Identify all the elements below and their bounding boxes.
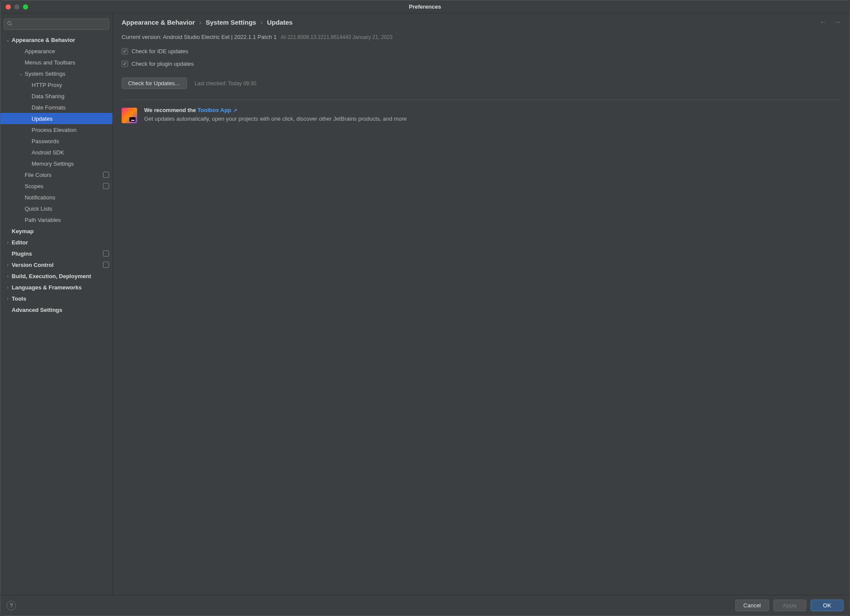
sidebar-item-path-variables[interactable]: Path Variables bbox=[0, 214, 113, 225]
sidebar-item-appearance-behavior[interactable]: ⌄Appearance & Behavior bbox=[0, 34, 113, 45]
check-plugin-updates-checkbox[interactable]: ✓ bbox=[122, 61, 128, 67]
main-panel: Appearance & Behavior › System Settings … bbox=[113, 13, 850, 595]
traffic-lights bbox=[6, 4, 28, 10]
settings-tree[interactable]: ⌄Appearance & BehaviorAppearanceMenus an… bbox=[0, 32, 113, 595]
sidebar-item-label: File Colors bbox=[25, 172, 100, 178]
nav-back-icon[interactable]: ← bbox=[819, 18, 827, 27]
sidebar-item-label: Path Variables bbox=[25, 217, 109, 223]
sidebar-item-plugins[interactable]: Plugins bbox=[0, 248, 113, 259]
chevron-down-icon[interactable]: ⌄ bbox=[5, 38, 11, 42]
sidebar-item-label: HTTP Proxy bbox=[32, 82, 109, 88]
external-link-icon: ↗ bbox=[232, 108, 237, 113]
sidebar-item-label: Tools bbox=[12, 295, 109, 302]
sidebar-item-label: Appearance & Behavior bbox=[12, 37, 109, 43]
sidebar-item-label: Keymap bbox=[12, 228, 109, 234]
sidebar-item-languages-frameworks[interactable]: ›Languages & Frameworks bbox=[0, 282, 113, 293]
toolbox-icon bbox=[122, 108, 137, 123]
version-product: Android Studio Electric Eel | 2022.1.1 P… bbox=[163, 34, 277, 40]
sidebar-item-build-execution-deployment[interactable]: ›Build, Execution, Deployment bbox=[0, 270, 113, 282]
nav-forward-icon[interactable]: → bbox=[833, 18, 841, 27]
chevron-right-icon[interactable]: › bbox=[5, 240, 11, 245]
promo-lead: We recommend the bbox=[144, 107, 197, 113]
sidebar-item-label: Advanced Settings bbox=[12, 307, 109, 313]
window-close-button[interactable] bbox=[6, 4, 11, 10]
sidebar-item-label: Build, Execution, Deployment bbox=[12, 273, 109, 279]
sidebar-item-http-proxy[interactable]: HTTP Proxy bbox=[0, 79, 113, 90]
sidebar-item-label: Notifications bbox=[25, 194, 109, 201]
version-line: Current version: Android Studio Electric… bbox=[122, 34, 841, 40]
check-plugin-updates-label: Check for plugin updates bbox=[132, 61, 194, 67]
window-title: Preferences bbox=[0, 3, 850, 10]
breadcrumb-sep: › bbox=[261, 19, 263, 26]
window-minimize-button[interactable] bbox=[14, 4, 19, 10]
breadcrumb-seg-2[interactable]: System Settings bbox=[206, 19, 256, 26]
sidebar-item-file-colors[interactable]: File Colors bbox=[0, 169, 113, 180]
content: ⌄Appearance & BehaviorAppearanceMenus an… bbox=[0, 13, 850, 595]
sidebar-item-date-formats[interactable]: Date Formats bbox=[0, 102, 113, 113]
sidebar-item-process-elevation[interactable]: Process Elevation bbox=[0, 124, 113, 135]
window-maximize-button[interactable] bbox=[23, 4, 28, 10]
sidebar-item-label: Plugins bbox=[12, 250, 100, 257]
chevron-right-icon[interactable]: › bbox=[5, 263, 11, 267]
sidebar-item-label: Memory Settings bbox=[32, 160, 109, 167]
sidebar-item-label: Passwords bbox=[32, 138, 109, 144]
chevron-right-icon[interactable]: › bbox=[5, 285, 11, 290]
version-label: Current version: bbox=[122, 34, 161, 40]
sidebar-item-data-sharing[interactable]: Data Sharing bbox=[0, 90, 113, 102]
ok-button[interactable]: OK bbox=[811, 600, 844, 611]
toolbox-promo: We recommend the Toolbox App ↗ Get updat… bbox=[122, 107, 841, 123]
toolbox-link[interactable]: Toolbox App bbox=[197, 107, 231, 113]
promo-body: Get updates automatically, open your pro… bbox=[144, 115, 407, 123]
breadcrumb: Appearance & Behavior › System Settings … bbox=[122, 19, 293, 26]
help-button[interactable]: ? bbox=[6, 601, 16, 610]
project-level-badge-icon bbox=[103, 183, 109, 189]
breadcrumb-sep: › bbox=[199, 19, 201, 26]
breadcrumb-seg-1[interactable]: Appearance & Behavior bbox=[122, 19, 195, 26]
project-level-badge-icon bbox=[103, 262, 109, 268]
sidebar-item-label: Appearance bbox=[25, 48, 109, 55]
sidebar-item-scopes[interactable]: Scopes bbox=[0, 180, 113, 192]
sidebar-item-label: Quick Lists bbox=[25, 205, 109, 212]
sidebar-item-version-control[interactable]: ›Version Control bbox=[0, 259, 113, 270]
search-input[interactable] bbox=[4, 19, 109, 30]
sidebar-item-label: Editor bbox=[12, 239, 109, 246]
project-level-badge-icon bbox=[103, 172, 109, 178]
sidebar-item-menus-and-toolbars[interactable]: Menus and Toolbars bbox=[0, 57, 113, 68]
sidebar-item-label: Languages & Frameworks bbox=[12, 284, 109, 291]
sidebar-item-notifications[interactable]: Notifications bbox=[0, 192, 113, 203]
chevron-right-icon[interactable]: › bbox=[5, 296, 11, 301]
sidebar-item-advanced-settings[interactable]: Advanced Settings bbox=[0, 304, 113, 315]
divider bbox=[122, 99, 841, 100]
sidebar-item-system-settings[interactable]: ⌄System Settings bbox=[0, 68, 113, 79]
version-build: AI-221.6008.13.2211.9514443 January 21, … bbox=[281, 34, 393, 40]
sidebar-item-passwords[interactable]: Passwords bbox=[0, 135, 113, 147]
sidebar-item-quick-lists[interactable]: Quick Lists bbox=[0, 203, 113, 214]
check-ide-updates-label: Check for IDE updates bbox=[132, 48, 188, 55]
sidebar-item-label: Date Formats bbox=[32, 104, 109, 111]
sidebar-item-editor[interactable]: ›Editor bbox=[0, 237, 113, 248]
sidebar-item-updates[interactable]: Updates bbox=[0, 113, 113, 124]
sidebar-item-tools[interactable]: ›Tools bbox=[0, 293, 113, 304]
sidebar-item-label: Updates bbox=[32, 116, 109, 122]
sidebar-item-keymap[interactable]: Keymap bbox=[0, 225, 113, 237]
sidebar-item-label: Process Elevation bbox=[32, 127, 109, 133]
sidebar-item-label: System Settings bbox=[25, 71, 109, 77]
preferences-window: Preferences ⌄Appearance & BehaviorAppear… bbox=[0, 0, 850, 616]
sidebar-item-label: Data Sharing bbox=[32, 93, 109, 99]
sidebar: ⌄Appearance & BehaviorAppearanceMenus an… bbox=[0, 13, 113, 595]
chevron-right-icon[interactable]: › bbox=[5, 274, 11, 279]
breadcrumb-seg-3[interactable]: Updates bbox=[267, 19, 293, 26]
check-for-updates-button[interactable]: Check for Updates… bbox=[122, 77, 187, 89]
check-ide-updates-checkbox[interactable]: ✓ bbox=[122, 48, 128, 55]
sidebar-item-label: Version Control bbox=[12, 262, 100, 268]
titlebar: Preferences bbox=[0, 0, 850, 13]
project-level-badge-icon bbox=[103, 250, 109, 257]
sidebar-item-android-sdk[interactable]: Android SDK bbox=[0, 147, 113, 158]
apply-button[interactable]: Apply bbox=[773, 600, 806, 611]
sidebar-item-memory-settings[interactable]: Memory Settings bbox=[0, 158, 113, 169]
last-checked-label: Last checked: Today 09:30 bbox=[195, 80, 257, 87]
sidebar-item-appearance[interactable]: Appearance bbox=[0, 45, 113, 57]
cancel-button[interactable]: Cancel bbox=[735, 600, 769, 611]
sidebar-item-label: Menus and Toolbars bbox=[25, 59, 109, 66]
chevron-down-icon[interactable]: ⌄ bbox=[18, 71, 24, 76]
